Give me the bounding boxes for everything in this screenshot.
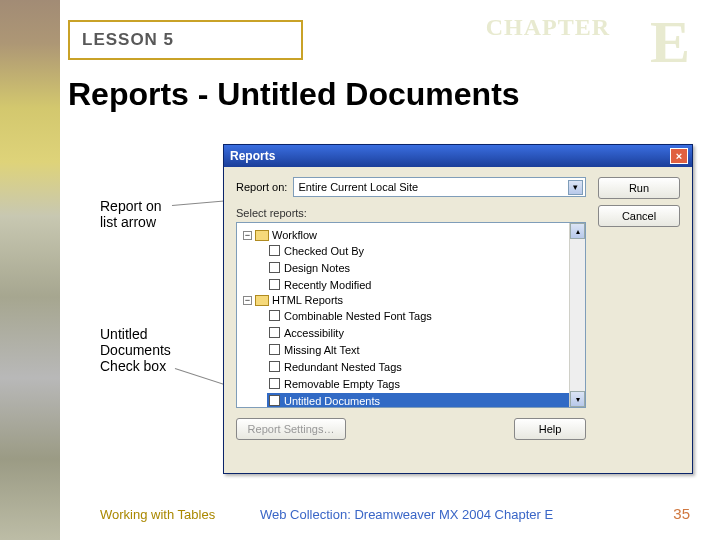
decorative-left-strip [0, 0, 60, 540]
run-button[interactable]: Run [598, 177, 680, 199]
dialog-title: Reports [230, 149, 275, 163]
tree-item-label: Checked Out By [284, 245, 364, 257]
cancel-button[interactable]: Cancel [598, 205, 680, 227]
footer-page-number: 35 [673, 505, 690, 522]
checkbox[interactable] [269, 361, 280, 372]
checkbox[interactable] [269, 344, 280, 355]
checkbox[interactable] [269, 245, 280, 256]
tree-item-label: Removable Empty Tags [284, 378, 400, 390]
tree-group: −Workflow [243, 229, 579, 241]
chapter-letter: E [650, 8, 690, 77]
tree-group-label: HTML Reports [272, 294, 343, 306]
tree-item[interactable]: Redundant Nested Tags [267, 359, 579, 374]
tree-item[interactable]: Missing Alt Text [267, 342, 579, 357]
tree-item-label: Untitled Documents [284, 395, 380, 407]
dialog-titlebar: Reports × [224, 145, 692, 167]
reports-dialog: Reports × Report on: Entire Current Loca… [223, 144, 693, 474]
scrollbar[interactable]: ▴ ▾ [569, 223, 585, 407]
checkbox[interactable] [269, 279, 280, 290]
checkbox[interactable]: ✓ [269, 395, 280, 406]
tree-item-label: Design Notes [284, 262, 350, 274]
tree-item[interactable]: Recently Modified [267, 277, 579, 292]
tree-item[interactable]: ✓Untitled Documents [267, 393, 579, 408]
report-on-value: Entire Current Local Site [298, 181, 568, 193]
report-on-label: Report on: [236, 181, 287, 193]
select-reports-label: Select reports: [236, 207, 586, 219]
tree-item[interactable]: Design Notes [267, 260, 579, 275]
footer-center: Web Collection: Dreamweaver MX 2004 Chap… [260, 507, 553, 522]
tree-item[interactable]: Accessibility [267, 325, 579, 340]
chapter-label: CHAPTER [486, 14, 610, 41]
tree-group-label: Workflow [272, 229, 317, 241]
tree-item-label: Accessibility [284, 327, 344, 339]
lesson-box: LESSON 5 [68, 20, 303, 60]
checkbox[interactable] [269, 310, 280, 321]
tree-item[interactable]: Removable Empty Tags [267, 376, 579, 391]
report-on-combo[interactable]: Entire Current Local Site ▾ [293, 177, 586, 197]
tree-item[interactable]: Combinable Nested Font Tags [267, 308, 579, 323]
checkbox[interactable] [269, 262, 280, 273]
slide-title: Reports - Untitled Documents [68, 76, 520, 113]
tree-item-label: Combinable Nested Font Tags [284, 310, 432, 322]
tree-item-label: Missing Alt Text [284, 344, 360, 356]
chevron-down-icon[interactable]: ▾ [568, 180, 583, 195]
collapse-icon[interactable]: − [243, 296, 252, 305]
lesson-label: LESSON 5 [82, 30, 174, 49]
report-settings-button[interactable]: Report Settings… [236, 418, 346, 440]
checkbox[interactable] [269, 378, 280, 389]
scroll-up-icon[interactable]: ▴ [570, 223, 585, 239]
footer-left: Working with Tables [100, 507, 215, 522]
folder-icon [255, 295, 269, 306]
close-button[interactable]: × [670, 148, 688, 164]
tree-item-label: Recently Modified [284, 279, 371, 291]
checkbox[interactable] [269, 327, 280, 338]
tree-item-label: Redundant Nested Tags [284, 361, 402, 373]
help-button[interactable]: Help [514, 418, 586, 440]
tree-item[interactable]: Checked Out By [267, 243, 579, 258]
callout-report-on-arrow: Report on list arrow [100, 198, 161, 230]
tree-group: −HTML Reports [243, 294, 579, 306]
reports-tree[interactable]: −WorkflowChecked Out ByDesign NotesRecen… [236, 222, 586, 408]
collapse-icon[interactable]: − [243, 231, 252, 240]
callout-untitled-checkbox: Untitled Documents Check box [100, 326, 171, 374]
folder-icon [255, 230, 269, 241]
scroll-down-icon[interactable]: ▾ [570, 391, 585, 407]
